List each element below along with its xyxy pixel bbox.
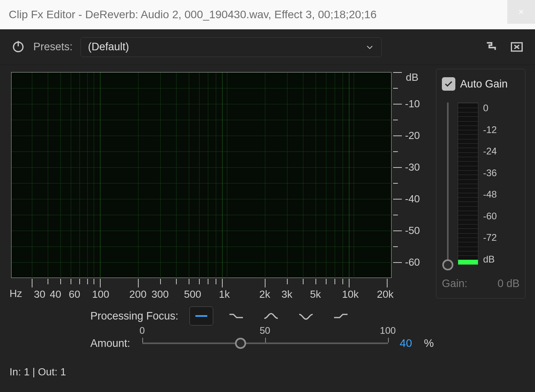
highshelf-icon: [332, 311, 349, 321]
level-meter: [458, 103, 478, 265]
gain-label: Gain:: [442, 278, 468, 290]
titlebar: Clip Fx Editor - DeReverb: Audio 2, 000_…: [0, 0, 535, 29]
meter-fill: [458, 260, 478, 265]
preset-selected: (Default): [88, 41, 129, 53]
meter-scale: 0 -12 -24 -36 -48 -60 -72 dB: [482, 103, 497, 265]
focus-lowshelf-button[interactable]: [224, 306, 248, 325]
io-status: In: 1 | Out: 1: [0, 359, 535, 378]
presets-label: Presets:: [33, 41, 73, 53]
spectrum-chart[interactable]: dB -10 -20 -30 -40 -50 -60 Hz 30 40: [10, 69, 427, 299]
gain-value[interactable]: 0 dB: [497, 278, 520, 290]
amount-label: Amount:: [90, 337, 130, 350]
notch-icon: [298, 311, 314, 321]
auto-gain-checkbox[interactable]: [442, 77, 455, 91]
main-area: dB -10 -20 -30 -40 -50 -60 Hz 30 40: [0, 65, 535, 303]
close-icon: ×: [518, 6, 524, 17]
gain-panel: Auto Gain 0 -12 -24 -36 -48 -60 -72: [436, 69, 525, 299]
close-button[interactable]: ×: [507, 0, 535, 24]
chevron-down-icon: [365, 43, 374, 51]
auto-gain-label: Auto Gain: [460, 78, 508, 90]
window-title: Clip Fx Editor - DeReverb: Audio 2, 000_…: [9, 8, 376, 21]
chart-grid: [11, 72, 392, 278]
routing-button[interactable]: [485, 39, 499, 55]
chart-column: dB -10 -20 -30 -40 -50 -60 Hz 30 40: [10, 69, 427, 299]
focus-flat-button[interactable]: [189, 306, 213, 325]
lowshelf-icon: [228, 311, 245, 321]
power-toggle[interactable]: [11, 39, 25, 55]
flat-icon: [193, 311, 210, 321]
focus-highshelf-button[interactable]: [329, 306, 353, 325]
amount-track: [142, 343, 388, 344]
top-toolbar: Presets: (Default): [0, 29, 535, 65]
power-icon: [11, 39, 25, 53]
amount-unit: %: [424, 337, 434, 350]
gain-track: [447, 103, 449, 265]
gain-readout: Gain: 0 dB: [442, 278, 520, 290]
delete-preset-button[interactable]: [510, 39, 524, 55]
focus-peak-button[interactable]: [259, 306, 283, 325]
processing-focus-label: Processing Focus:: [90, 310, 178, 322]
chart-plot-area: [11, 72, 392, 278]
peak-icon: [263, 311, 279, 321]
gain-thumb[interactable]: [442, 259, 453, 270]
hz-axis: Hz 30 40 60 100 200 300 500 1k 2k 3k: [11, 279, 392, 299]
processing-focus-row: Processing Focus:: [0, 303, 535, 328]
gain-slider[interactable]: [442, 103, 454, 265]
presets-dropdown[interactable]: (Default): [80, 37, 382, 57]
amount-thumb[interactable]: [235, 338, 246, 349]
routing-icon: [485, 39, 499, 53]
hz-unit-label: Hz: [10, 287, 22, 300]
delete-icon: [510, 39, 524, 53]
amount-row: Amount: 0 50 100 40 %: [0, 328, 535, 359]
check-icon: [444, 79, 453, 89]
focus-notch-button[interactable]: [294, 306, 318, 325]
amount-value[interactable]: 40: [400, 337, 412, 350]
amount-slider[interactable]: 0 50 100: [142, 335, 388, 351]
